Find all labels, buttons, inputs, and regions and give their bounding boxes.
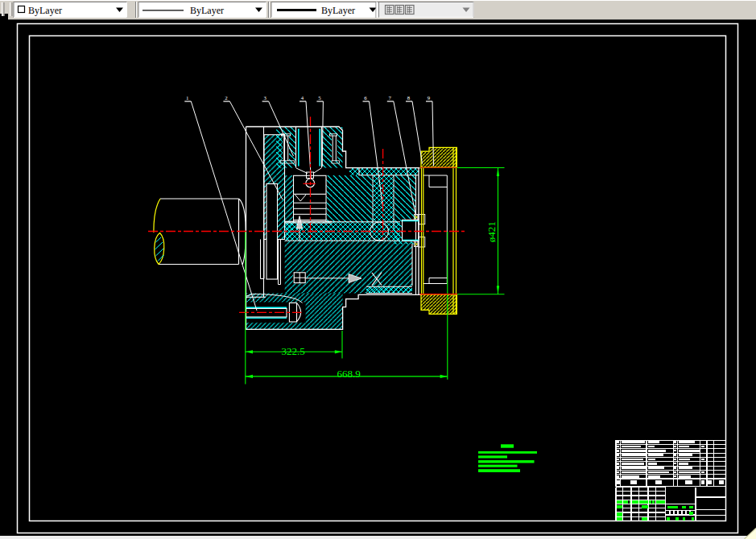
svg-text:1: 1 [186,95,188,101]
svg-text:5: 5 [318,95,321,101]
svg-text:ByLayer: ByLayer [28,5,62,16]
svg-text:ByLayer: ByLayer [190,5,224,16]
svg-text:4: 4 [301,95,304,101]
svg-text:7: 7 [389,95,392,101]
svg-text:2: 2 [225,95,228,101]
svg-text:3: 3 [263,95,266,101]
svg-text:ByLayer: ByLayer [321,5,355,16]
svg-text:9: 9 [428,95,431,101]
svg-text:668.9: 668.9 [337,368,360,380]
svg-text:8: 8 [407,95,411,101]
svg-text:6: 6 [364,95,367,101]
svg-text:ø421: ø421 [485,221,498,242]
svg-text:322.5: 322.5 [281,345,304,357]
